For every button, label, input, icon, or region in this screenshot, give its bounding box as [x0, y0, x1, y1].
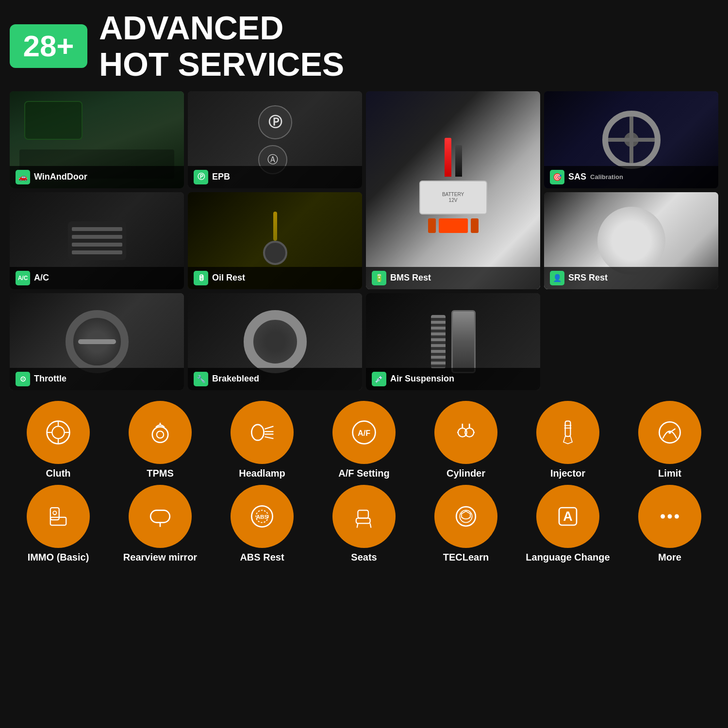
- header-title-line1: ADVANCED: [99, 10, 344, 46]
- icon-injector: [536, 401, 599, 464]
- service-language[interactable]: A Language Change: [519, 485, 616, 563]
- label-bms: 🔋 BMS Rest: [366, 267, 540, 289]
- label-brakebleed: 🔧 Brakebleed: [188, 368, 362, 390]
- icon-srs: 👤: [550, 271, 564, 285]
- icon-immo: [27, 485, 90, 548]
- label-headlamp: Headlamp: [239, 468, 285, 479]
- svg-text:ABS: ABS: [256, 513, 268, 519]
- svg-point-47: [675, 514, 679, 518]
- icon-tpms: [129, 401, 192, 464]
- grid-oil[interactable]: 🛢 Oil Rest: [188, 192, 362, 289]
- icon-rearview: [129, 485, 192, 548]
- sas-calibration-text: Calibration: [590, 173, 623, 181]
- image-grid: 🚗 WinAndDoor Ⓟ Ⓐ Ⓟ EPB: [10, 91, 718, 390]
- epb-p-btn: Ⓟ: [258, 105, 292, 139]
- label-rearview: Rearview mirror: [123, 552, 197, 563]
- svg-text:A: A: [563, 509, 573, 524]
- icon-windoor: 🚗: [16, 170, 30, 184]
- svg-line-13: [265, 437, 273, 439]
- icon-abs: ABS: [231, 485, 294, 548]
- svg-point-46: [668, 514, 672, 518]
- label-ac: A/C A/C: [10, 267, 184, 289]
- grid-bms[interactable]: BATTERY12V 🔋 BMS Rest: [366, 91, 540, 289]
- service-cluth[interactable]: Cluth: [10, 401, 107, 479]
- label-sas: 🎯 SAS Calibration: [544, 166, 718, 188]
- services-row-1: Cluth TPMS: [10, 401, 718, 479]
- svg-rect-22: [565, 421, 571, 436]
- grid-ac[interactable]: A/C A/C: [10, 192, 184, 289]
- svg-point-30: [53, 511, 56, 514]
- grid-brakebleed[interactable]: 🔧 Brakebleed: [188, 293, 362, 390]
- service-headlamp[interactable]: Headlamp: [214, 401, 311, 479]
- service-abs[interactable]: ABS ABS Rest: [214, 485, 311, 563]
- label-teclearn: TECLearn: [443, 552, 489, 563]
- icon-brakebleed: 🔧: [194, 372, 208, 386]
- badge-number: 28+: [10, 24, 87, 68]
- label-af: A/F Setting: [338, 468, 390, 479]
- label-seats: Seats: [351, 552, 377, 563]
- label-windoor: 🚗 WinAndDoor: [10, 166, 184, 188]
- service-af[interactable]: A/F A/F Setting: [315, 401, 413, 479]
- label-injector: Injector: [550, 468, 585, 479]
- service-more[interactable]: More: [621, 485, 718, 563]
- service-teclearn[interactable]: TECLearn: [417, 485, 514, 563]
- icon-throttle: ⊙: [16, 372, 30, 386]
- grid-sas[interactable]: 🎯 SAS Calibration: [544, 91, 718, 188]
- icon-cylinder: [434, 401, 497, 464]
- main-container: 28+ ADVANCED HOT SERVICES 🚗 WinAndDoor: [0, 0, 728, 728]
- services-row-2: IMMO (Basic) Rearview mirror ABS ABS R: [10, 485, 718, 563]
- svg-point-7: [157, 431, 164, 438]
- svg-point-41: [456, 507, 476, 526]
- service-limit[interactable]: Limit: [621, 401, 718, 479]
- grid-srs[interactable]: 👤 SRS Rest: [544, 192, 718, 289]
- service-rearview[interactable]: Rearview mirror: [112, 485, 209, 563]
- label-abs: ABS Rest: [240, 552, 284, 563]
- svg-rect-38: [356, 518, 370, 523]
- icon-teclearn: [434, 485, 497, 548]
- label-more: More: [658, 552, 681, 563]
- icon-sas: 🎯: [550, 170, 564, 184]
- header-title-line2: HOT SERVICES: [99, 46, 344, 83]
- label-cylinder: Cylinder: [447, 468, 485, 479]
- icon-airsuspension: 💉: [372, 372, 386, 386]
- icon-ac: A/C: [16, 271, 30, 285]
- oil-pour-visual: [263, 212, 287, 265]
- svg-line-40: [370, 523, 371, 528]
- icon-af: A/F: [332, 401, 396, 464]
- icon-more: [638, 485, 701, 548]
- header-title: ADVANCED HOT SERVICES: [99, 10, 344, 83]
- service-seats[interactable]: Seats: [315, 485, 413, 563]
- icon-bms: 🔋: [372, 271, 386, 285]
- service-tpms[interactable]: TPMS: [112, 401, 209, 479]
- label-airsuspension: 💉 Air Suspension: [366, 368, 540, 390]
- svg-rect-28: [50, 508, 59, 520]
- steering-wheel: [602, 111, 661, 169]
- icon-seats: [332, 485, 396, 548]
- svg-rect-37: [358, 510, 368, 518]
- label-epb: Ⓟ EPB: [188, 166, 362, 188]
- label-language: Language Change: [526, 552, 610, 563]
- svg-text:A/F: A/F: [358, 429, 370, 437]
- service-immo[interactable]: IMMO (Basic): [10, 485, 107, 563]
- svg-point-27: [668, 431, 671, 433]
- label-cluth: Cluth: [46, 468, 70, 479]
- grid-throttle[interactable]: ⊙ Throttle: [10, 293, 184, 390]
- grid-windoor[interactable]: 🚗 WinAndDoor: [10, 91, 184, 188]
- label-throttle: ⊙ Throttle: [10, 368, 184, 390]
- icon-language: A: [536, 485, 599, 548]
- label-tpms: TPMS: [147, 468, 174, 479]
- grid-epb[interactable]: Ⓟ Ⓐ Ⓟ EPB: [188, 91, 362, 188]
- ac-vent-visual: [68, 221, 126, 260]
- icon-epb: Ⓟ: [194, 170, 208, 184]
- header: 28+ ADVANCED HOT SERVICES: [10, 10, 718, 83]
- icon-limit: [638, 401, 701, 464]
- label-immo: IMMO (Basic): [28, 552, 89, 563]
- label-srs: 👤 SRS Rest: [544, 267, 718, 289]
- service-cylinder[interactable]: Cylinder: [417, 401, 514, 479]
- brake-disc-visual: [244, 310, 307, 373]
- svg-point-1: [52, 426, 64, 438]
- grid-airsuspension[interactable]: 💉 Air Suspension: [366, 293, 540, 390]
- svg-line-39: [357, 523, 358, 528]
- svg-point-45: [661, 514, 665, 518]
- service-injector[interactable]: Injector: [519, 401, 616, 479]
